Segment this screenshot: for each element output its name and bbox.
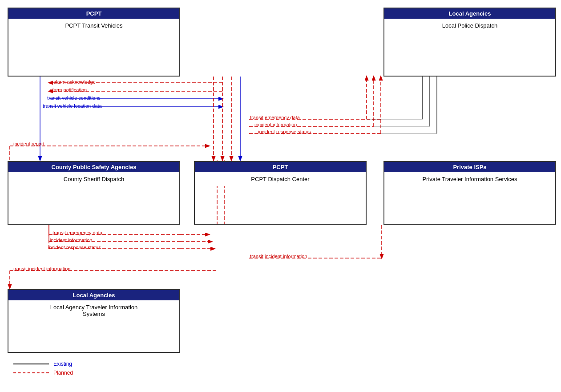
- label-incident-response-bottom: incident response status: [48, 245, 101, 250]
- node-private-traveler-header: Private ISPs: [384, 162, 555, 172]
- label-transit-incident-left: transit incident information: [13, 266, 70, 271]
- node-pcpt-transit-body: PCPT Transit Vehicles: [8, 19, 179, 32]
- node-private-traveler-body: Private Traveler Information Services: [384, 172, 555, 186]
- node-pcpt-transit: PCPT PCPT Transit Vehicles: [8, 8, 180, 77]
- legend-existing: Existing: [13, 361, 73, 367]
- label-incident-info-top: incident information: [254, 122, 297, 127]
- node-local-agency-traveler-header: Local Agencies: [8, 290, 179, 300]
- label-transit-vehicle-location: transit vehicle location data: [43, 103, 102, 109]
- node-pcpt-dispatch-body: PCPT Dispatch Center: [195, 172, 366, 186]
- label-transit-emergency-top: transit emergency data: [250, 115, 300, 120]
- legend-planned-label: Planned: [53, 370, 73, 376]
- node-local-police-body: Local Police Dispatch: [384, 19, 555, 32]
- node-private-traveler: Private ISPs Private Traveler Informatio…: [383, 161, 556, 225]
- label-alarm-notification: alarm notification: [50, 87, 87, 93]
- node-local-police-header: Local Agencies: [384, 8, 555, 19]
- label-incident-info-bottom: incident information: [50, 238, 92, 243]
- node-pcpt-transit-header: PCPT: [8, 8, 179, 19]
- node-county-sheriff-header: County Public Safety Agencies: [8, 162, 179, 172]
- node-local-agency-traveler: Local Agencies Local Agency Traveler Inf…: [8, 289, 180, 353]
- node-county-sheriff-body: County Sheriff Dispatch: [8, 172, 179, 186]
- node-local-police: Local Agencies Local Police Dispatch: [383, 8, 556, 77]
- legend-planned: Planned: [13, 370, 73, 376]
- node-pcpt-dispatch: PCPT PCPT Dispatch Center: [194, 161, 367, 225]
- node-pcpt-dispatch-header: PCPT: [195, 162, 366, 172]
- label-transit-incident-right: transit incident information: [250, 254, 307, 259]
- diagram-container: PCPT PCPT Transit Vehicles Local Agencie…: [0, 0, 561, 392]
- label-incident-response-top: incident response status: [258, 129, 311, 134]
- legend: Existing Planned: [13, 361, 73, 379]
- node-local-agency-traveler-body: Local Agency Traveler Information System…: [8, 300, 179, 321]
- legend-existing-line: [13, 364, 49, 364]
- label-transit-vehicle-conditions: transit vehicle conditions: [47, 95, 101, 101]
- label-alarm-acknowledge: alarm acknowledge: [53, 79, 96, 85]
- label-transit-emergency-bottom: transit emergency data: [52, 230, 102, 235]
- label-incident-report: incident report: [13, 141, 44, 146]
- legend-existing-label: Existing: [53, 361, 72, 367]
- legend-planned-line: [13, 372, 49, 373]
- node-county-sheriff: County Public Safety Agencies County She…: [8, 161, 180, 225]
